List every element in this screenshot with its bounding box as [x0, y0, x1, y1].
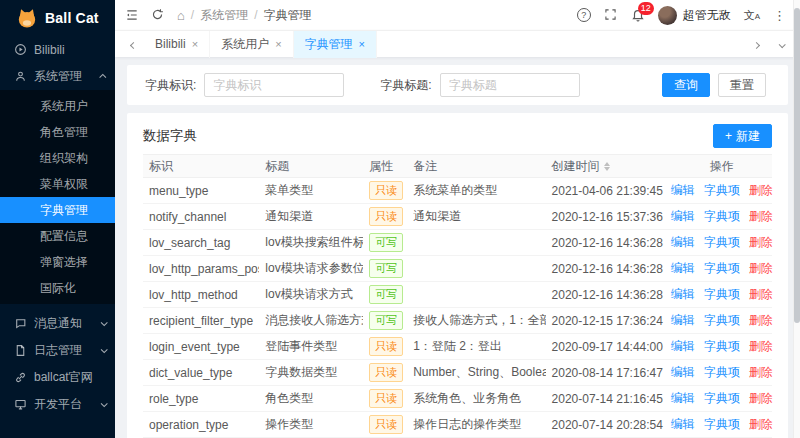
reset-button[interactable]: 重置 — [718, 73, 766, 97]
delete-link[interactable]: 删除 — [749, 286, 773, 303]
more-icon[interactable]: ⋮ — [773, 8, 786, 23]
sidebar-item-popup-select[interactable]: 弹窗选择 — [0, 249, 115, 275]
home-icon[interactable]: ⌂ — [177, 8, 185, 23]
dict-title-input[interactable] — [440, 73, 580, 97]
col-code: 标识 — [143, 158, 259, 175]
sidebar-item-system-users[interactable]: 系统用户 — [0, 93, 115, 119]
edit-link[interactable]: 编辑 — [671, 312, 695, 329]
dict-title-label: 字典标题: — [380, 77, 431, 94]
dict-items-link[interactable]: 字典项 — [704, 234, 740, 251]
edit-link[interactable]: 编辑 — [671, 338, 695, 355]
dict-code-input[interactable] — [204, 73, 344, 97]
sidebar-item-bilibili[interactable]: Bilibili — [0, 36, 115, 63]
sidebar-group-dev[interactable]: 开发平台 — [0, 391, 115, 418]
scrollbar-thumb[interactable] — [794, 8, 800, 323]
user-menu[interactable]: 超管无敌 — [658, 6, 731, 25]
sidebar: Ball Cat Bilibili 系统管理 系统用户 角色管理 组织架构 菜单… — [0, 0, 115, 438]
dict-items-link[interactable]: 字典项 — [704, 312, 740, 329]
tabs-menu-dropdown[interactable] — [771, 37, 792, 51]
delete-link[interactable]: 删除 — [749, 364, 773, 381]
dict-title: 菜单类型 — [259, 182, 363, 199]
edit-link[interactable]: 编辑 — [671, 182, 695, 199]
sidebar-item-menu-permission[interactable]: 菜单权限 — [0, 171, 115, 197]
tab-bilibili[interactable]: Bilibili × — [144, 31, 210, 58]
col-created[interactable]: 创建时间 — [546, 158, 672, 175]
breadcrumb-item[interactable]: 系统管理 — [200, 7, 248, 24]
edit-link[interactable]: 编辑 — [671, 364, 695, 381]
edit-link[interactable]: 编辑 — [671, 416, 695, 433]
dict-items-link[interactable]: 字典项 — [704, 338, 740, 355]
tabs-scroll-right[interactable] — [746, 37, 767, 51]
chevron-down-icon — [101, 319, 108, 326]
edit-link[interactable]: 编辑 — [671, 260, 695, 277]
tabs-scroll-left[interactable] — [123, 37, 144, 51]
dict-code: notify_channel — [143, 210, 259, 224]
delete-link[interactable]: 删除 — [749, 260, 773, 277]
edit-link[interactable]: 编辑 — [671, 286, 695, 303]
dict-items-link[interactable]: 字典项 — [704, 208, 740, 225]
search-form-card: 字典标识: 字典标题: 查询 重置 — [127, 65, 788, 105]
delete-link[interactable]: 删除 — [749, 312, 773, 329]
menu-fold-icon[interactable] — [125, 8, 139, 22]
translate-icon[interactable]: 文A — [744, 10, 760, 21]
table-row: lov_http_method lov模块请求方式 可写 2020-12-16 … — [143, 282, 772, 308]
delete-link[interactable]: 删除 — [749, 234, 773, 251]
delete-link[interactable]: 删除 — [749, 390, 773, 407]
dict-code: operation_type — [143, 418, 259, 432]
sidebar-item-org-structure[interactable]: 组织架构 — [0, 145, 115, 171]
notification-bell[interactable]: 12 — [631, 8, 645, 22]
sidebar-group-system[interactable]: 系统管理 — [0, 63, 115, 90]
help-icon[interactable]: ? — [577, 8, 591, 22]
dict-items-link[interactable]: 字典项 — [704, 286, 740, 303]
close-icon[interactable]: × — [192, 31, 198, 58]
edit-link[interactable]: 编辑 — [671, 390, 695, 407]
sidebar-item-i18n[interactable]: 国际化 — [0, 275, 115, 301]
app-logo[interactable]: Ball Cat — [0, 0, 115, 36]
dict-items-link[interactable]: 字典项 — [704, 364, 740, 381]
sidebar-item-config-info[interactable]: 配置信息 — [0, 223, 115, 249]
dict-code: login_event_type — [143, 340, 259, 354]
dict-items-link[interactable]: 字典项 — [704, 390, 740, 407]
page-scrollbar[interactable] — [793, 0, 800, 438]
search-button[interactable]: 查询 — [662, 73, 710, 97]
table-body: menu_type 菜单类型 只读 系统菜单的类型 2021-04-06 21:… — [143, 178, 772, 438]
sidebar-item-role-management[interactable]: 角色管理 — [0, 119, 115, 145]
created-time: 2020-09-17 14:44:00 — [546, 340, 672, 354]
delete-link[interactable]: 删除 — [749, 416, 773, 433]
sidebar-item-dict-management[interactable]: 字典管理 — [0, 197, 115, 223]
dict-items-link[interactable]: 字典项 — [704, 182, 740, 199]
close-icon[interactable]: × — [275, 31, 281, 58]
delete-link[interactable]: 删除 — [749, 182, 773, 199]
link-icon — [14, 371, 27, 384]
dict-title: 字典数据类型 — [259, 364, 363, 381]
dict-items-link[interactable]: 字典项 — [704, 260, 740, 277]
edit-link[interactable]: 编辑 — [671, 208, 695, 225]
create-button[interactable]: + 新建 — [713, 124, 772, 148]
dict-title: 操作类型 — [259, 416, 363, 433]
app-title: Ball Cat — [45, 10, 99, 26]
sidebar-group-log[interactable]: 日志管理 — [0, 337, 115, 364]
created-time: 2020-07-14 20:28:54 — [546, 418, 672, 432]
fullscreen-icon[interactable] — [604, 8, 618, 22]
edit-link[interactable]: 编辑 — [671, 234, 695, 251]
delete-link[interactable]: 删除 — [749, 338, 773, 355]
created-time: 2020-12-16 14:36:28 — [546, 288, 672, 302]
dict-title: lov模块搜索组件标签 — [259, 234, 363, 251]
dict-title: lov模块请求参数位置 — [259, 260, 363, 277]
reload-icon[interactable] — [151, 8, 165, 22]
table-row: role_type 角色类型 只读 系统角色、业务角色 2020-07-14 2… — [143, 386, 772, 412]
delete-link[interactable]: 删除 — [749, 208, 773, 225]
sidebar-item-ballcat-site[interactable]: ballcat官网 — [0, 364, 115, 391]
dict-remark: 通知渠道 — [407, 208, 545, 225]
user-icon — [14, 70, 27, 83]
tab-system-users[interactable]: 系统用户 × — [210, 31, 293, 58]
sidebar-group-message[interactable]: 消息通知 — [0, 310, 115, 337]
close-icon[interactable]: × — [359, 31, 365, 58]
table-row: dict_value_type 字典数据类型 只读 Number、String、… — [143, 360, 772, 386]
cat-logo-icon — [16, 8, 38, 28]
attr-tag: 可写 — [369, 259, 403, 278]
dict-remark: 操作日志的操作类型 — [407, 416, 545, 433]
dict-items-link[interactable]: 字典项 — [704, 416, 740, 433]
sort-carets-icon[interactable] — [604, 162, 610, 171]
tab-dict-management[interactable]: 字典管理 × — [294, 31, 377, 58]
